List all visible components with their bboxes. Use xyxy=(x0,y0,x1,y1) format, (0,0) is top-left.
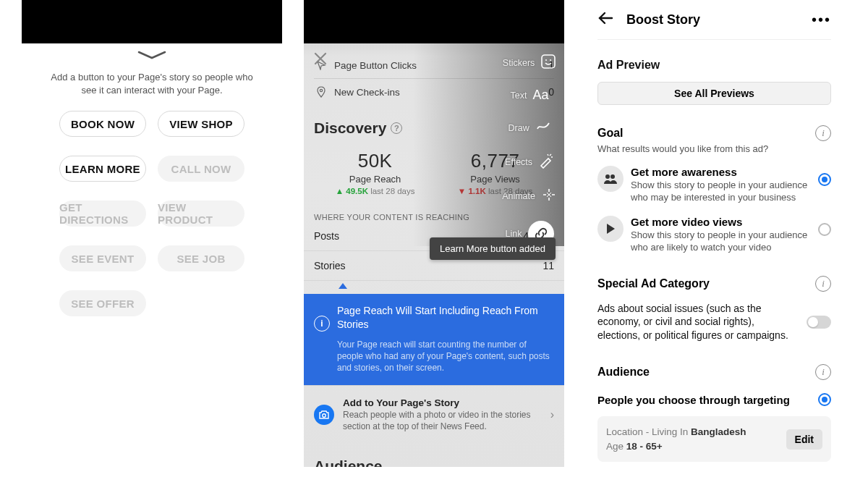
info-icon[interactable]: i xyxy=(815,125,831,141)
story-tool-stickers[interactable]: Stickers xyxy=(503,54,556,72)
close-icon[interactable] xyxy=(314,51,327,69)
discovery-title: Discovery xyxy=(314,119,386,137)
svg-point-6 xyxy=(610,174,615,179)
story-button-option[interactable]: SEE OFFER xyxy=(59,290,146,316)
story-button-option[interactable]: VIEW SHOP xyxy=(158,111,244,137)
story-tools-rail: StickersTextAaDrawEffectsAnimateLink xyxy=(502,54,557,247)
play-icon xyxy=(597,216,624,242)
trend-down-icon: ▼ xyxy=(458,187,466,195)
info-icon[interactable]: i xyxy=(815,276,831,292)
screen-title: Boost Story xyxy=(626,12,700,28)
page-insights-screen: Page Button Clicks1New Check-ins0 Discov… xyxy=(304,0,564,467)
targeting-label: People you choose through targeting xyxy=(597,394,790,406)
add-button-sheet: Add a button to your Page's story so peo… xyxy=(22,0,282,467)
info-icon: i xyxy=(314,316,330,332)
screen-header: Boost Story ••• xyxy=(597,0,831,40)
svg-point-3 xyxy=(545,59,547,61)
toast-message: Learn More button added xyxy=(430,237,556,260)
story-button-option[interactable]: VIEW PRODUCT xyxy=(158,201,244,227)
story-button-option[interactable]: SEE JOB xyxy=(158,245,244,271)
animate-icon xyxy=(541,187,557,205)
callout-arrow-icon xyxy=(339,282,347,290)
special-category-toggle[interactable] xyxy=(807,316,831,329)
svg-point-1 xyxy=(323,414,326,418)
story-tool-animate[interactable]: Animate xyxy=(502,187,557,205)
sheet-handle-bar xyxy=(22,0,282,43)
chevron-right-icon: › xyxy=(550,408,554,421)
goal-radio[interactable] xyxy=(818,173,831,186)
goal-radio[interactable] xyxy=(818,223,831,236)
special-category-text: Ads about social issues (such as the eco… xyxy=(597,302,798,343)
page-reach-metric: 50K Page Reach ▲ 49.5K last 28 days xyxy=(336,150,415,195)
svg-rect-2 xyxy=(542,55,555,68)
text-icon: Aa xyxy=(533,88,549,103)
goal-option[interactable]: Get more video viewsShow this story to p… xyxy=(597,216,831,254)
help-icon[interactable]: ? xyxy=(391,122,402,134)
story-button-option[interactable]: SEE EVENT xyxy=(59,245,146,271)
sheet-description: Add a button to your Page's story so peo… xyxy=(22,61,282,111)
info-icon[interactable]: i xyxy=(815,364,831,380)
stories-reach-banner: i Page Reach Will Start Including Reach … xyxy=(304,294,564,385)
story-button-option[interactable]: LEARN MORE xyxy=(59,156,146,182)
story-button-option[interactable]: GET DIRECTIONS xyxy=(59,201,146,227)
see-all-previews-button[interactable]: See All Previews xyxy=(597,82,831,105)
svg-point-5 xyxy=(605,174,610,179)
camera-icon xyxy=(314,405,334,425)
edit-button[interactable]: Edit xyxy=(786,429,822,450)
effects-icon xyxy=(538,153,554,171)
back-icon[interactable] xyxy=(597,10,613,29)
goal-options: Get more awarenessShow this story to peo… xyxy=(597,166,831,254)
stickers-icon xyxy=(540,54,556,72)
chevron-down-icon[interactable] xyxy=(22,51,282,61)
svg-point-4 xyxy=(550,59,551,61)
special-category-label: Special Ad Category xyxy=(597,277,710,290)
svg-point-0 xyxy=(320,89,322,91)
goal-label: Goal xyxy=(597,127,624,140)
audience-label: Audience xyxy=(597,366,650,379)
status-bar xyxy=(304,0,564,43)
targeting-radio[interactable] xyxy=(818,393,831,406)
story-tool-draw[interactable]: Draw xyxy=(508,119,550,137)
pin-icon xyxy=(314,86,328,98)
people-icon xyxy=(597,166,624,192)
goal-option[interactable]: Get more awarenessShow this story to peo… xyxy=(597,166,831,204)
audience-summary-box: Location - Living In Bangladesh Age 18 -… xyxy=(597,416,831,462)
button-options-grid: BOOK NOWVIEW SHOPLEARN MORECALL NOWGET D… xyxy=(22,111,282,316)
trend-up-icon: ▲ xyxy=(336,187,344,195)
more-icon[interactable]: ••• xyxy=(812,12,831,28)
add-to-story-row[interactable]: Add to Your Page's Story Reach people wi… xyxy=(304,385,564,444)
boost-story-screen: Boost Story ••• Ad Preview See All Previ… xyxy=(586,0,843,467)
story-button-option[interactable]: BOOK NOW xyxy=(59,111,146,137)
audience-title: Audience xyxy=(304,457,564,467)
story-tool-text[interactable]: TextAa xyxy=(511,88,549,103)
ad-preview-label: Ad Preview xyxy=(597,59,831,72)
goal-subtext: What results would you like from this ad… xyxy=(597,143,831,154)
draw-icon xyxy=(535,119,551,137)
story-tool-effects[interactable]: Effects xyxy=(505,153,554,171)
story-button-option[interactable]: CALL NOW xyxy=(158,156,244,182)
